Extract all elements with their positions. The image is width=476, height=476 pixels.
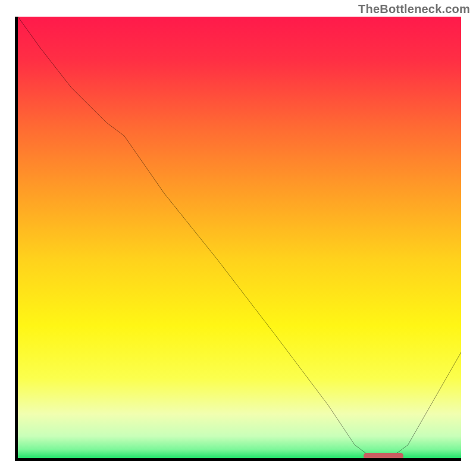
plot-area — [18, 17, 461, 458]
bottleneck-curve — [18, 17, 461, 458]
optimal-marker — [364, 453, 403, 458]
axes-frame — [15, 17, 461, 461]
watermark-text: TheBottleneck.com — [358, 2, 470, 16]
chart-container: TheBottleneck.com — [0, 0, 476, 476]
